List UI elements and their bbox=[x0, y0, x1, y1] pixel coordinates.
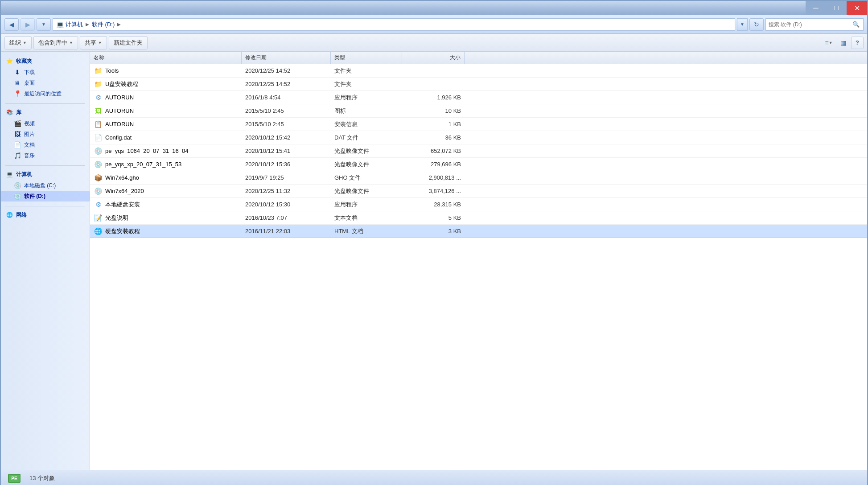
search-icon[interactable]: 🔍 bbox=[852, 20, 860, 29]
library-label: 库 bbox=[16, 109, 21, 116]
file-date-cell: 2016/11/21 22:03 bbox=[242, 228, 331, 234]
sidebar-section-computer: 💻 计算机 💿 本地磁盘 (C:) 💿 软件 (D:) bbox=[1, 169, 90, 201]
file-name-cell: 📄 Config.dat bbox=[90, 133, 242, 142]
file-name: Config.dat bbox=[105, 134, 132, 141]
sidebar-section-library: 📚 库 🎬 视频 🖼 图片 📄 文档 🎵 音乐 bbox=[1, 107, 90, 161]
share-chevron: ▼ bbox=[98, 41, 102, 45]
sidebar-item-software-d[interactable]: 💿 软件 (D:) bbox=[1, 191, 90, 201]
include-library-button[interactable]: 包含到库中 ▼ bbox=[33, 36, 78, 49]
file-row[interactable]: 📁 U盘安装教程 2020/12/25 14:52 文件夹 bbox=[90, 78, 867, 91]
file-row[interactable]: 💿 pe_yqs_1064_20_07_31_16_04 2020/10/12 … bbox=[90, 144, 867, 158]
addressbar: ◀ ▶ ▼ 💻 计算机 ▶ 软件 (D:) ▶ ▼ ↻ 🔍 bbox=[1, 15, 867, 34]
sidebar-header-library[interactable]: 📚 库 bbox=[1, 107, 90, 118]
file-icon-html: 🌐 bbox=[94, 227, 103, 236]
sidebar-item-local-c[interactable]: 💿 本地磁盘 (C:) bbox=[1, 180, 90, 191]
file-name: AUTORUN bbox=[105, 94, 134, 101]
path-software[interactable]: 软件 (D:) bbox=[92, 21, 115, 29]
include-label: 包含到库中 bbox=[38, 39, 67, 47]
share-button[interactable]: 共享 ▼ bbox=[80, 36, 107, 49]
file-date-cell: 2020/10/12 15:41 bbox=[242, 148, 331, 154]
column-headers: 名称 修改日期 类型 大小 bbox=[90, 52, 867, 64]
sidebar-item-desktop[interactable]: 🖥 桌面 bbox=[1, 78, 90, 88]
file-name: pe_yqs_1064_20_07_31_16_04 bbox=[105, 148, 189, 154]
file-name-cell: 💿 Win7x64_2020 bbox=[90, 187, 242, 196]
favorites-label: 收藏夹 bbox=[16, 58, 32, 65]
file-date-cell: 2020/10/12 15:36 bbox=[242, 161, 331, 168]
preview-button[interactable]: ▦ bbox=[837, 37, 849, 49]
content-area: 名称 修改日期 类型 大小 📁 Tools 2020/12/25 14:52 文… bbox=[90, 52, 867, 470]
view-icon: ≡ bbox=[825, 39, 828, 46]
file-row[interactable]: 🌐 硬盘安装教程 2016/11/21 22:03 HTML 文档 3 KB bbox=[90, 225, 867, 238]
file-row[interactable]: 💿 Win7x64_2020 2020/12/25 11:32 光盘映像文件 3… bbox=[90, 185, 867, 198]
file-row[interactable]: 📦 Win7x64.gho 2019/9/7 19:25 GHO 文件 2,90… bbox=[90, 171, 867, 185]
col-header-type[interactable]: 类型 bbox=[331, 52, 402, 64]
sidebar-header-favorites[interactable]: ⭐ 收藏夹 bbox=[1, 55, 90, 67]
file-name: pe_yqs_xp_20_07_31_15_53 bbox=[105, 161, 181, 168]
file-row[interactable]: 📋 AUTORUN 2015/5/10 2:45 安装信息 1 KB bbox=[90, 118, 867, 131]
sidebar-item-downloads[interactable]: ⬇ 下载 bbox=[1, 67, 90, 78]
video-icon: 🎬 bbox=[13, 119, 21, 127]
sidebar-item-music[interactable]: 🎵 音乐 bbox=[1, 150, 90, 161]
file-row[interactable]: 💿 pe_yqs_xp_20_07_31_15_53 2020/10/12 15… bbox=[90, 158, 867, 171]
file-row[interactable]: 📄 Config.dat 2020/10/12 15:42 DAT 文件 36 … bbox=[90, 131, 867, 144]
new-folder-label: 新建文件夹 bbox=[114, 39, 143, 47]
library-icon: 📚 bbox=[5, 108, 13, 116]
sidebar-divider-2 bbox=[5, 165, 85, 166]
file-date-cell: 2020/10/12 15:30 bbox=[242, 201, 331, 208]
view-toggle-button[interactable]: ≡ ▼ bbox=[823, 37, 835, 49]
col-header-size[interactable]: 大小 bbox=[402, 52, 465, 64]
file-icon-inf: 📋 bbox=[94, 120, 103, 129]
sidebar-item-pictures[interactable]: 🖼 图片 bbox=[1, 129, 90, 140]
file-row[interactable]: ⚙ 本地硬盘安装 2020/10/12 15:30 应用程序 28,315 KB bbox=[90, 198, 867, 211]
file-name-cell: 📁 Tools bbox=[90, 66, 242, 75]
organize-button[interactable]: 组织 ▼ bbox=[4, 36, 32, 49]
file-row[interactable]: 🖼 AUTORUN 2015/5/10 2:45 图标 10 KB bbox=[90, 104, 867, 118]
file-size-cell: 652,072 KB bbox=[402, 148, 465, 154]
network-icon: 🌐 bbox=[5, 211, 13, 219]
new-folder-button[interactable]: 新建文件夹 bbox=[109, 36, 148, 49]
file-row[interactable]: 📝 光盘说明 2016/10/23 7:07 文本文档 5 KB bbox=[90, 211, 867, 225]
file-icon-folder: 📁 bbox=[94, 80, 103, 89]
sidebar-header-network[interactable]: 🌐 网络 bbox=[1, 209, 90, 221]
close-button[interactable]: ✕ bbox=[847, 1, 867, 15]
file-row[interactable]: 📁 Tools 2020/12/25 14:52 文件夹 bbox=[90, 64, 867, 78]
file-date-cell: 2016/1/8 4:54 bbox=[242, 94, 331, 101]
sidebar-divider-1 bbox=[5, 103, 85, 104]
maximize-button[interactable]: □ bbox=[826, 1, 847, 15]
minimize-button[interactable]: ─ bbox=[806, 1, 826, 15]
sidebar-item-recent[interactable]: 📍 最近访问的位置 bbox=[1, 88, 90, 99]
forward-button[interactable]: ▶ bbox=[21, 18, 35, 31]
file-name-cell: 📦 Win7x64.gho bbox=[90, 173, 242, 182]
file-size-cell: 10 KB bbox=[402, 107, 465, 114]
file-name-cell: 💿 pe_yqs_1064_20_07_31_16_04 bbox=[90, 147, 242, 156]
documents-icon: 📄 bbox=[13, 141, 21, 149]
file-type-cell: 光盘映像文件 bbox=[331, 147, 402, 155]
file-icon-exe: ⚙ bbox=[94, 93, 103, 102]
computer-sidebar-icon: 💻 bbox=[5, 170, 13, 178]
file-row[interactable]: ⚙ AUTORUN 2016/1/8 4:54 应用程序 1,926 KB bbox=[90, 91, 867, 104]
recent-button[interactable]: ▼ bbox=[37, 18, 51, 31]
search-input[interactable] bbox=[769, 21, 850, 28]
file-date-cell: 2020/12/25 14:52 bbox=[242, 81, 331, 87]
path-computer[interactable]: 计算机 bbox=[66, 21, 83, 29]
computer-icon: 💻 bbox=[56, 21, 64, 29]
col-header-name[interactable]: 名称 bbox=[90, 52, 242, 64]
file-name: 本地硬盘安装 bbox=[105, 201, 140, 209]
file-size-cell: 3,874,126 ... bbox=[402, 188, 465, 194]
help-button[interactable]: ? bbox=[851, 37, 864, 49]
address-dropdown[interactable]: ▼ bbox=[737, 18, 748, 31]
file-type-cell: 文本文档 bbox=[331, 214, 402, 222]
col-header-date[interactable]: 修改日期 bbox=[242, 52, 331, 64]
sidebar-item-video[interactable]: 🎬 视频 bbox=[1, 118, 90, 129]
file-size-cell: 28,315 KB bbox=[402, 201, 465, 208]
network-label: 网络 bbox=[16, 211, 27, 219]
favorites-icon: ⭐ bbox=[5, 57, 13, 65]
sidebar-header-computer[interactable]: 💻 计算机 bbox=[1, 169, 90, 180]
file-name-cell: 📋 AUTORUN bbox=[90, 120, 242, 129]
sidebar-item-documents[interactable]: 📄 文档 bbox=[1, 140, 90, 150]
file-icon-folder: 📁 bbox=[94, 66, 103, 75]
toolbar: 组织 ▼ 包含到库中 ▼ 共享 ▼ 新建文件夹 ≡ ▼ ▦ ? bbox=[1, 34, 867, 52]
file-name: AUTORUN bbox=[105, 121, 134, 127]
refresh-button[interactable]: ↻ bbox=[749, 18, 764, 31]
back-button[interactable]: ◀ bbox=[4, 18, 19, 31]
